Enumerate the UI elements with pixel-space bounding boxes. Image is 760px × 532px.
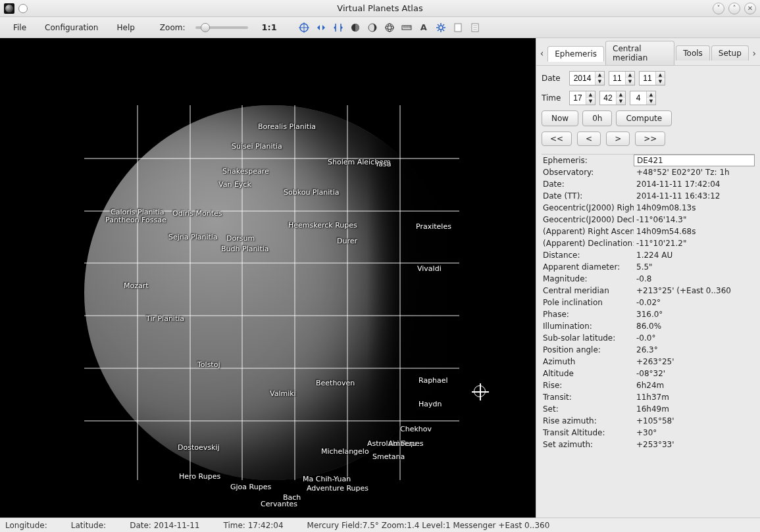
feature-label[interactable]: Gjoa Rupes (230, 483, 271, 491)
ephem-row: Phase:316.0° (542, 308, 755, 320)
ruler-icon[interactable] (399, 20, 414, 35)
left-right-arrows-icon[interactable] (314, 20, 328, 35)
menu-file[interactable]: File (5, 20, 34, 35)
feature-label[interactable]: Ma Chih-Yuan (303, 475, 351, 483)
feature-label[interactable]: Heemskerck Rupes (288, 221, 357, 230)
feature-label[interactable]: Adventure Rupes (307, 484, 368, 493)
step-forward-fast-button[interactable]: >> (635, 132, 665, 146)
feature-label[interactable]: Beethoven (316, 379, 355, 387)
feature-label[interactable]: Mozart (124, 281, 149, 290)
year-down[interactable]: ▼ (595, 78, 604, 85)
feature-label[interactable]: Vivaldi (417, 264, 442, 273)
ephem-key: Date: (542, 180, 634, 189)
minimize-button[interactable]: ˅ (713, 3, 724, 14)
pin-icon[interactable] (18, 4, 28, 13)
ephem-key: Geocentric(J2000) Declin (542, 215, 634, 224)
feature-label[interactable]: Van Eyck (218, 180, 251, 189)
hour-spinner[interactable]: ▲▼ (569, 91, 595, 105)
up-down-mirror-icon[interactable] (331, 20, 345, 35)
hour-input[interactable] (570, 91, 586, 105)
feature-label[interactable]: Hero Rupes (179, 472, 220, 481)
blank-page-icon[interactable] (451, 20, 465, 35)
feature-label[interactable]: Smetana (372, 452, 405, 461)
tab-scroll-left[interactable]: ‹ (538, 46, 546, 60)
close-button[interactable]: ✕ (744, 3, 756, 14)
feature-label[interactable]: Sejna Planitia (168, 233, 218, 241)
feature-label[interactable]: Dostoevskij (178, 443, 219, 452)
feature-label[interactable]: Pantheon Fossae (105, 216, 166, 224)
tab-setup[interactable]: Setup (711, 45, 749, 60)
menu-help[interactable]: Help (109, 20, 142, 35)
year-up[interactable]: ▲ (595, 72, 604, 78)
feature-label[interactable]: Sobkou Planitia (284, 188, 339, 197)
second-input[interactable] (630, 91, 646, 105)
feature-label[interactable]: Durer (337, 237, 357, 245)
step-back-button[interactable]: < (577, 132, 601, 146)
month-spinner[interactable]: ▲▼ (609, 71, 635, 85)
phase-icon[interactable] (365, 20, 380, 35)
ephem-row: Magnitude:-0.8 (542, 273, 755, 285)
zoom-label: Zoom: (156, 20, 190, 35)
feature-label[interactable]: Chekhov (400, 425, 432, 433)
feature-label[interactable]: Amberu (388, 439, 417, 448)
menu-configuration[interactable]: Configuration (37, 20, 106, 35)
target-icon[interactable] (297, 20, 311, 35)
tab-central-meridian[interactable]: Central meridian (605, 41, 674, 65)
feature-label[interactable]: Borealis Planitia (258, 122, 316, 131)
feature-label[interactable]: Tir Planitia (146, 314, 184, 323)
zoom-slider[interactable] (195, 26, 248, 29)
time-label: Time (542, 93, 565, 103)
tab-tools[interactable]: Tools (676, 45, 710, 60)
ephem-value: -0.02° (634, 298, 755, 307)
step-forward-button[interactable]: > (606, 132, 630, 146)
feature-label[interactable]: Odiris Montes (172, 209, 222, 218)
day-input[interactable] (640, 72, 655, 85)
ephem-value: +30° (634, 428, 755, 437)
feature-label[interactable]: Suisei Planitia (232, 142, 282, 151)
feature-label[interactable]: Dorsum (226, 234, 255, 243)
second-spinner[interactable]: ▲▼ (630, 91, 656, 105)
ephem-row: Observatory:+48°52' E02°20' Tz: 1h (542, 166, 755, 178)
maximize-button[interactable]: ˄ (728, 3, 740, 14)
label-a-icon[interactable]: A (417, 20, 431, 35)
document-icon[interactable] (468, 20, 482, 35)
minute-spinner[interactable]: ▲▼ (599, 91, 626, 105)
compute-button[interactable]: Compute (616, 110, 672, 126)
tab-scroll-right[interactable]: › (750, 46, 759, 60)
year-spinner[interactable]: ▲▼ (569, 71, 605, 85)
month-input[interactable] (609, 72, 625, 85)
step-back-fast-button[interactable]: << (542, 132, 572, 146)
zero-h-button[interactable]: 0h (582, 110, 612, 126)
feature-label[interactable]: Shakespeare (222, 167, 269, 176)
year-input[interactable] (570, 72, 595, 85)
ephem-row: Rise: 6h24m (542, 379, 755, 391)
globe-arrow-icon[interactable] (348, 20, 363, 35)
now-button[interactable]: Now (542, 110, 578, 126)
day-spinner[interactable]: ▲▼ (639, 71, 665, 85)
ephem-value: +253°33' (634, 440, 755, 449)
minute-input[interactable] (600, 91, 616, 105)
feature-label[interactable]: Cervantes (261, 500, 297, 508)
feature-label[interactable]: Michelangelo (321, 447, 369, 456)
tab-ephemeris[interactable]: Ephemeris (547, 46, 604, 62)
feature-label[interactable]: Tolstoj (197, 360, 220, 369)
ephem-value: +105°58' (634, 416, 755, 425)
feature-label[interactable]: Budh Planitia (221, 245, 269, 253)
feature-label[interactable]: Raphael (418, 376, 448, 385)
planet-viewport[interactable]: Borealis PlanitiaSuisei PlanitiaSholem A… (0, 38, 536, 518)
status-longitude: Longitude: (5, 521, 47, 530)
grid-globe-icon[interactable] (382, 20, 397, 35)
svg-line-19 (443, 30, 444, 31)
zoom-1-1-button[interactable]: 1:1 (261, 22, 276, 32)
ephem-value: 11h37m (634, 393, 755, 402)
feature-label[interactable]: Haydn (418, 400, 442, 408)
ephem-row: Date (TT):2014-11-11 16:43:12 (542, 190, 755, 202)
ephem-value: -08°32' (634, 369, 755, 378)
feature-label[interactable]: Valmiki (270, 389, 296, 398)
feature-label[interactable]: Yasa (375, 160, 391, 168)
ephem-key: Apparent diameter: (542, 262, 634, 272)
feature-label[interactable]: Praxiteles (416, 222, 451, 231)
zoom-slider-knob[interactable] (201, 23, 210, 32)
ephem-row: Altitude-08°32' (542, 368, 755, 379)
gear-icon[interactable] (434, 20, 448, 35)
